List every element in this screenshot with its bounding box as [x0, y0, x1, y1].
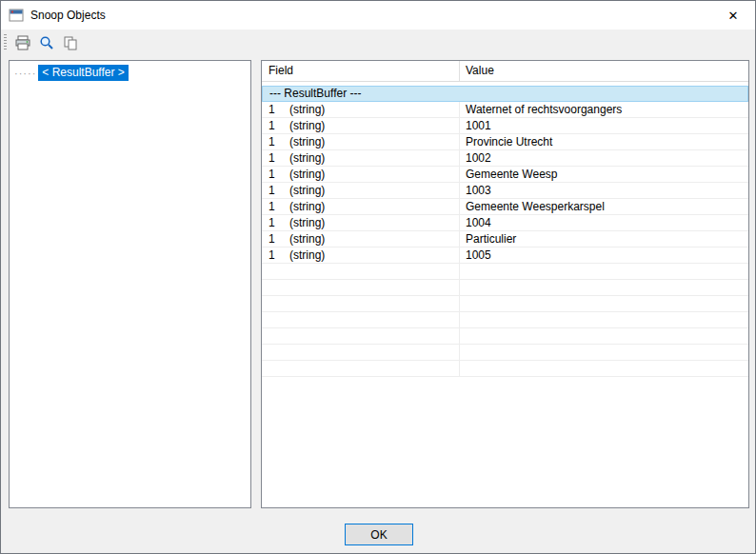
value-grid: Field Value --- ResultBuffer --- 1(strin…	[261, 60, 749, 508]
preview-magnifier-icon[interactable]	[35, 32, 57, 53]
table-row[interactable]: 1(string) 1001	[262, 118, 748, 134]
field-cell: 1(string)	[262, 247, 460, 263]
empty-row	[262, 312, 748, 328]
group-row-resultbuffer[interactable]: --- ResultBuffer ---	[262, 86, 748, 102]
field-code: 1	[269, 215, 289, 230]
titlebar: Snoop Objects ✕	[1, 1, 755, 30]
table-row[interactable]: 1(string) 1004	[262, 215, 748, 231]
field-code: 1	[269, 199, 289, 214]
field-cell: 1(string)	[262, 150, 460, 166]
tree-node-label[interactable]: < ResultBuffer >	[38, 65, 129, 81]
field-code: 1	[269, 167, 289, 182]
value-cell: Gemeente Weesp	[460, 167, 748, 182]
field-type: (string)	[289, 184, 325, 197]
grid-header: Field Value	[262, 61, 748, 82]
field-type: (string)	[289, 168, 325, 181]
value-cell: 1001	[460, 118, 748, 133]
field-cell: 1(string)	[262, 183, 460, 198]
toolbar	[1, 30, 755, 55]
table-row[interactable]: 1(string) Gemeente Weesperkarspel	[262, 199, 748, 215]
field-type: (string)	[289, 103, 325, 116]
value-cell: 1003	[460, 183, 748, 198]
snoop-objects-dialog: Snoop Objects ✕	[0, 0, 756, 554]
field-type: (string)	[289, 248, 325, 262]
table-row[interactable]: 1(string) Particulier	[262, 231, 748, 247]
group-row-label: --- ResultBuffer ---	[269, 87, 361, 101]
value-cell: 1004	[460, 215, 748, 230]
value-cell: Provincie Utrecht	[460, 134, 748, 149]
value-cell: Gemeente Weesperkarspel	[460, 199, 748, 214]
close-button[interactable]: ✕	[711, 1, 755, 30]
field-cell: 1(string)	[262, 102, 460, 117]
field-code: 1	[269, 183, 289, 198]
empty-row	[262, 296, 748, 312]
table-row[interactable]: 1(string) Gemeente Weesp	[262, 167, 748, 183]
value-cell: 1002	[460, 150, 748, 166]
print-icon[interactable]	[11, 32, 33, 53]
field-type: (string)	[289, 200, 325, 213]
table-row[interactable]: 1(string) Waternet of rechtsvoorgangers	[262, 102, 748, 118]
tree-connector: ·····	[14, 68, 36, 79]
field-code: 1	[269, 118, 289, 133]
field-cell: 1(string)	[262, 199, 460, 214]
table-row[interactable]: 1(string) 1005	[262, 247, 748, 264]
empty-row	[262, 264, 748, 280]
field-cell: 1(string)	[262, 215, 460, 230]
field-type: (string)	[289, 151, 325, 165]
field-code: 1	[269, 247, 289, 263]
empty-row	[262, 345, 748, 361]
field-code: 1	[269, 150, 289, 166]
field-cell: 1(string)	[262, 167, 460, 182]
field-type: (string)	[289, 119, 325, 132]
toolbar-grip	[4, 34, 7, 51]
column-header-field[interactable]: Field	[262, 61, 460, 81]
value-cell: Waternet of rechtsvoorgangers	[460, 102, 748, 117]
field-code: 1	[269, 102, 289, 117]
column-header-value[interactable]: Value	[460, 61, 748, 81]
empty-row	[262, 361, 748, 377]
app-icon	[9, 8, 24, 23]
value-cell: Particulier	[460, 231, 748, 247]
field-cell: 1(string)	[262, 134, 460, 149]
table-row[interactable]: 1(string) 1002	[262, 150, 748, 167]
empty-row	[262, 280, 748, 296]
tree-node-resultbuffer[interactable]: ····· < ResultBuffer >	[14, 65, 250, 81]
grid-body: --- ResultBuffer --- 1(string) Waternet …	[262, 82, 748, 377]
table-row[interactable]: 1(string) 1003	[262, 183, 748, 199]
column-header-value-label: Value	[466, 64, 494, 77]
table-row[interactable]: 1(string) Provincie Utrecht	[262, 134, 748, 150]
tree-panel[interactable]: ····· < ResultBuffer >	[9, 60, 251, 508]
value-cell: 1005	[460, 247, 748, 263]
field-code: 1	[269, 231, 289, 247]
ok-button[interactable]: OK	[345, 524, 413, 545]
field-type: (string)	[289, 135, 325, 148]
column-header-field-label: Field	[269, 64, 293, 77]
field-cell: 1(string)	[262, 118, 460, 133]
field-type: (string)	[289, 216, 325, 229]
field-type: (string)	[289, 232, 325, 246]
window-title: Snoop Objects	[30, 9, 106, 22]
copy-icon[interactable]	[59, 32, 81, 53]
field-code: 1	[269, 134, 289, 149]
field-cell: 1(string)	[262, 231, 460, 247]
empty-row	[262, 328, 748, 345]
